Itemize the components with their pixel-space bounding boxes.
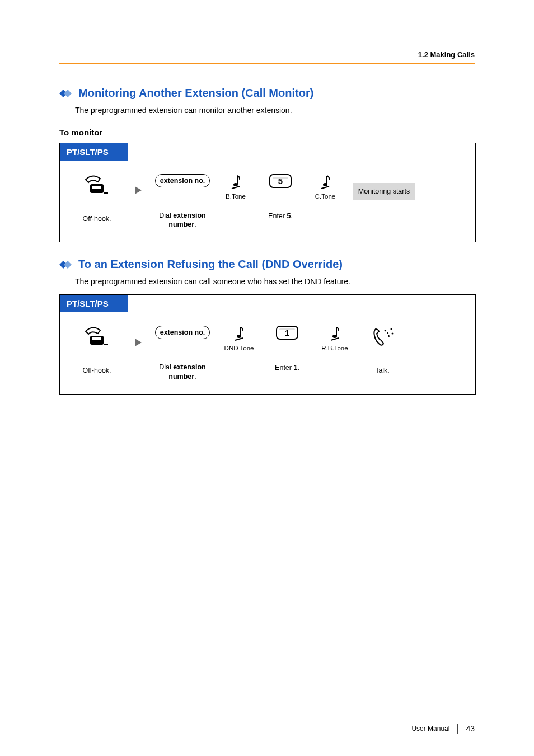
svg-marker-8	[64, 261, 72, 269]
svg-rect-3	[92, 186, 101, 189]
extension-number-box: extension no.	[155, 326, 210, 339]
arrow-right-icon	[134, 185, 143, 198]
phone-offhook-icon	[81, 326, 113, 350]
page-footer: User Manual 43	[411, 724, 475, 734]
breadcrumb: 1.2 Making Calls	[418, 50, 475, 59]
extension-number-box: extension no.	[155, 174, 210, 187]
svg-point-12	[237, 335, 241, 338]
svg-marker-1	[64, 90, 72, 97]
footer-page-number: 43	[466, 724, 475, 733]
btone-label: B.Tone	[226, 193, 246, 200]
svg-point-14	[391, 328, 392, 330]
footer-divider	[457, 724, 458, 734]
offhook-label: Off-hook.	[82, 366, 111, 375]
section1-intro: The preprogrammed extension can monitor …	[75, 105, 475, 116]
svg-rect-10	[92, 337, 101, 340]
keypad-key-1: 1	[276, 326, 298, 340]
enter-5-label: Enter 5.	[268, 212, 293, 221]
diagram-call-monitor: PT/SLT/PS Off-hook. extensi	[59, 143, 476, 243]
music-note-icon	[319, 174, 331, 192]
section-title-call-monitor: Monitoring Another Extension (Call Monit…	[78, 87, 313, 100]
diagram-dnd-override: PT/SLT/PS Off-hook. extensi	[59, 294, 476, 395]
keypad-key-5: 5	[269, 174, 292, 188]
phone-offhook-icon	[81, 174, 113, 199]
svg-point-13	[332, 335, 337, 338]
rb-tone-label: R.B.Tone	[321, 345, 348, 351]
section-title-dnd-override: To an Extension Refusing the Call (DND O…	[78, 258, 343, 271]
diamond-bullet-icon	[59, 90, 74, 97]
svg-marker-4	[135, 186, 142, 194]
dnd-tone-label: DND Tone	[224, 345, 254, 351]
talk-label: Talk.	[375, 366, 390, 375]
ctone-label: C.Tone	[315, 193, 335, 200]
device-tab: PT/SLT/PS	[60, 295, 128, 312]
section1-subhead: To monitor	[59, 128, 475, 137]
diamond-bullet-icon	[59, 261, 74, 269]
handset-talk-icon	[370, 326, 395, 350]
arrow-right-icon	[134, 337, 143, 350]
enter-1-label: Enter 1.	[275, 363, 299, 373]
dial-extension-label: Dial extension number.	[152, 363, 213, 382]
svg-marker-11	[135, 339, 142, 346]
device-tab: PT/SLT/PS	[60, 143, 128, 161]
footer-manual-label: User Manual	[411, 725, 449, 732]
svg-point-5	[233, 183, 238, 186]
dial-extension-label: Dial extension number.	[152, 211, 213, 230]
section2-intro: The preprogrammed extension can call som…	[75, 276, 475, 288]
music-note-icon	[329, 326, 341, 344]
svg-point-6	[323, 183, 327, 186]
music-note-icon	[233, 326, 245, 344]
svg-point-15	[392, 332, 394, 334]
offhook-label: Off-hook.	[82, 214, 111, 224]
music-note-icon	[229, 174, 242, 192]
header-rule	[59, 63, 475, 64]
monitoring-starts-box: Monitoring starts	[353, 183, 415, 200]
